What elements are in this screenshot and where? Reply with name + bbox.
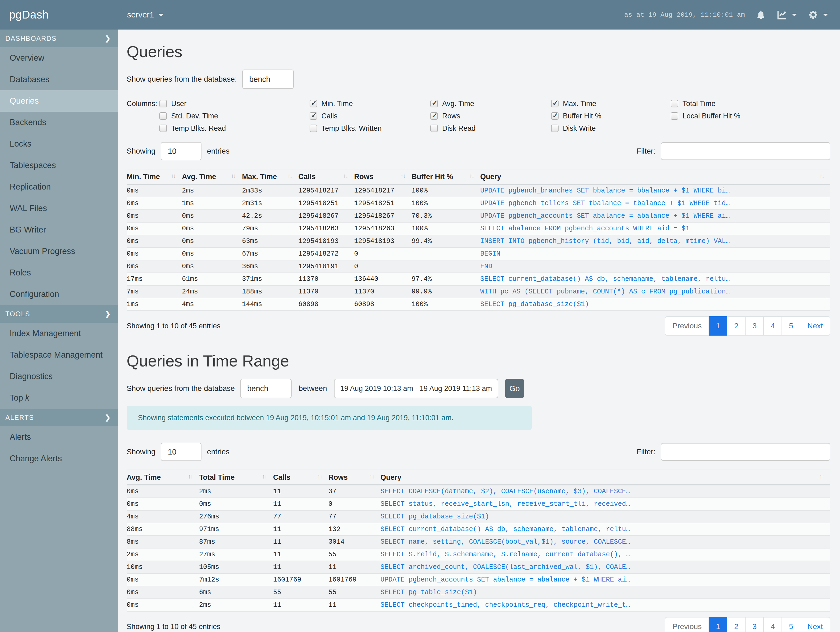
query-link[interactable]: WITH pc AS (SELECT pubname, COUNT(*) AS … [480,288,730,296]
column-header-min-time[interactable]: Min. Time↑↓ [126,169,182,184]
sort-icon[interactable]: ↑↓ [287,173,298,179]
query-link[interactable]: SELECT current_database() AS db, scheman… [480,275,730,283]
charts-menu[interactable] [777,10,797,20]
sort-icon[interactable]: ↑↓ [171,173,182,179]
sort-icon[interactable]: ↑↓ [343,173,354,179]
column-checkbox[interactable]: Temp Blks. Read [159,124,309,132]
query-link[interactable]: SELECT checkpoints_timed, checkpoints_re… [381,601,630,609]
column-header-total-time[interactable]: Total Time↑↓ [199,470,273,485]
time-range-input[interactable] [334,379,498,398]
query-link[interactable]: SELECT current_database() AS db, scheman… [381,526,630,533]
column-checkbox[interactable]: Temp Blks. Written [309,124,430,132]
query-link[interactable]: BEGIN [480,250,501,258]
column-checkbox[interactable]: Max. Time [551,100,671,108]
sidebar-item[interactable]: Overview [0,47,118,69]
sidebar-item[interactable]: Diagnostics [0,366,118,387]
sidebar-item[interactable]: Tablespaces [0,155,118,176]
column-checkbox[interactable]: Buffer Hit % [551,112,671,120]
sidebar-item[interactable]: Vacuum Progress [0,241,118,262]
sidebar-item[interactable]: Databases [0,69,118,90]
query-link[interactable]: END [480,263,492,270]
query-link[interactable]: INSERT INTO pgbench_history (tid, bid, a… [480,238,730,245]
column-checkbox[interactable]: Rows [430,112,551,120]
query-link[interactable]: SELECT S.relid, S.schemaname, S.relname,… [381,551,630,558]
sidebar-item[interactable]: Change Alerts [0,448,118,469]
sort-icon[interactable]: ↑↓ [231,173,242,179]
server-selector[interactable]: server1 [127,10,164,19]
query-link[interactable]: SELECT COALESCE(datname, $2), COALESCE(u… [381,488,630,495]
entries-count-input[interactable] [161,142,202,160]
entries-count-input[interactable] [161,443,202,461]
column-header-calls[interactable]: Calls↑↓ [298,169,354,184]
query-link[interactable]: SELECT archived_count, COALESCE(last_arc… [381,563,630,571]
column-header-query[interactable]: Query↑↓ [381,470,831,485]
brand-logo[interactable]: pgDash [0,8,118,21]
column-header-rows[interactable]: Rows↑↓ [328,470,381,485]
page-number-button[interactable]: 3 [745,316,764,336]
column-checkbox[interactable]: Std. Dev. Time [159,112,309,120]
column-header-query[interactable]: Query↑↓ [480,169,831,184]
column-header-calls[interactable]: Calls↑↓ [273,470,328,485]
sidebar-item[interactable]: Backends [0,112,118,133]
sidebar-item[interactable]: Replication [0,176,118,198]
page-number-button[interactable]: 2 [727,617,745,632]
page-number-button[interactable]: 1 [709,617,727,632]
query-link[interactable]: UPDATE pgbench_accounts SET abalance = a… [480,212,730,220]
page-number-button[interactable]: 4 [764,316,782,336]
page-number-button[interactable]: 3 [745,617,764,632]
sidebar-section-tools[interactable]: TOOLS ❯ [0,305,118,323]
page-number-button[interactable]: 4 [764,617,782,632]
sort-icon[interactable]: ↑↓ [819,473,831,480]
sidebar-section-dashboards[interactable]: DASHBOARDS ❯ [0,30,118,47]
query-link[interactable]: SELECT abalance FROM pgbench_accounts WH… [480,225,690,233]
query-link[interactable]: UPDATE pgbench_branches SET bbalance = b… [480,187,730,195]
sidebar-item[interactable]: WAL Files [0,198,118,219]
sidebar-item[interactable]: Tablespace Management [0,344,118,366]
sidebar-item[interactable]: Locks [0,133,118,155]
sidebar-item[interactable]: Index Management [0,323,118,344]
query-link[interactable]: UPDATE pgbench_accounts SET abalance = a… [381,576,630,584]
column-checkbox[interactable]: Min. Time [309,100,430,108]
column-checkbox[interactable]: Total Time [671,100,741,108]
sort-icon[interactable]: ↑↓ [369,473,381,480]
sort-icon[interactable]: ↑↓ [401,173,412,179]
page-number-button[interactable]: 5 [782,316,800,336]
column-header-max-time[interactable]: Max. Time↑↓ [242,169,298,184]
next-page-button[interactable]: Next [800,617,831,632]
query-link[interactable]: UPDATE pgbench_tellers SET tbalance = tb… [480,200,730,207]
go-button[interactable]: Go [505,379,524,398]
notifications-bell-icon[interactable] [756,10,766,20]
column-header-avg-time[interactable]: Avg. Time↑↓ [182,169,242,184]
query-link[interactable]: SELECT pg_table_size($1) [381,589,477,596]
sort-icon[interactable]: ↑↓ [819,173,831,179]
sidebar-item[interactable]: Topk [0,387,118,409]
column-checkbox[interactable]: Disk Read [430,124,551,132]
column-checkbox[interactable]: Disk Write [551,124,671,132]
sort-icon[interactable]: ↑↓ [469,173,480,179]
sidebar-item[interactable]: Roles [0,262,118,284]
sidebar-item[interactable]: Alerts [0,426,118,448]
page-number-button[interactable]: 2 [727,316,745,336]
previous-page-button[interactable]: Previous [665,316,709,336]
column-checkbox[interactable]: Local Buffer Hit % [671,112,741,120]
sort-icon[interactable]: ↑↓ [317,473,328,480]
column-header-buffer-hit[interactable]: Buffer Hit %↑↓ [412,169,480,184]
filter-input[interactable] [661,443,831,461]
column-header-avg-time[interactable]: Avg. Time↑↓ [126,470,199,485]
column-header-rows[interactable]: Rows↑↓ [354,169,412,184]
database-input[interactable] [240,379,292,398]
query-link[interactable]: SELECT pg_database_size($1) [381,513,489,521]
next-page-button[interactable]: Next [800,316,831,336]
query-link[interactable]: SELECT name, setting, COALESCE(boot_val,… [381,538,630,546]
page-number-button[interactable]: 5 [782,617,800,632]
sort-icon[interactable]: ↑↓ [188,473,199,480]
sort-icon[interactable]: ↑↓ [262,473,273,480]
query-link[interactable]: SELECT status, receive_start_lsn, receiv… [381,500,630,508]
sidebar-item[interactable]: Queries [0,90,118,112]
column-checkbox[interactable]: Calls [309,112,430,120]
page-number-button[interactable]: 1 [709,316,727,336]
settings-menu[interactable] [808,10,828,20]
sidebar-item[interactable]: BG Writer [0,219,118,241]
previous-page-button[interactable]: Previous [665,617,709,632]
column-checkbox[interactable]: User [159,100,309,108]
